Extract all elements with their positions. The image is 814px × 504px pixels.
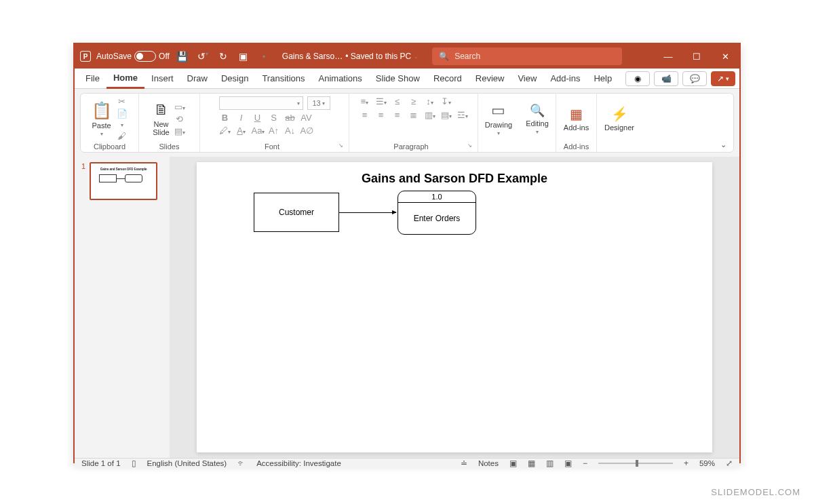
numbering-button[interactable]: ☰▾: [375, 96, 387, 106]
indent-inc-button[interactable]: ≥: [408, 96, 420, 106]
tab-review[interactable]: Review: [469, 69, 511, 89]
align-right-button[interactable]: ≡: [391, 110, 404, 120]
group-editing: 🔍 Editing ▾: [519, 94, 556, 152]
autosave-toggle[interactable]: AutoSave Off: [96, 51, 170, 62]
tab-insert[interactable]: Insert: [144, 69, 180, 89]
paragraph-launcher-icon[interactable]: ↘: [467, 142, 472, 151]
present-share-button[interactable]: 📹: [654, 71, 678, 86]
tab-design[interactable]: Design: [214, 69, 255, 89]
section-icon[interactable]: ▤▾: [174, 126, 186, 136]
slideshow-view-icon[interactable]: ▣: [564, 459, 572, 468]
slide-thumbnail-1[interactable]: Gains and Sarson DFD Example: [90, 162, 157, 200]
align-text-button[interactable]: ▤▾: [440, 110, 452, 120]
layout-icon[interactable]: ▭▾: [174, 102, 186, 112]
tab-help[interactable]: Help: [587, 69, 619, 89]
align-left-button[interactable]: ≡: [359, 110, 371, 120]
zoom-out-button[interactable]: −: [583, 459, 587, 468]
font-family-dropdown[interactable]: ▾: [219, 96, 303, 110]
slide-canvas[interactable]: Gains and Sarson DFD Example Customer 1.…: [197, 162, 712, 452]
camera-record-button[interactable]: ◉: [625, 71, 650, 86]
change-case-button[interactable]: Aa▾: [252, 125, 264, 136]
collapse-ribbon-icon[interactable]: ⌄: [720, 140, 726, 149]
slide-title[interactable]: Gains and Sarson DFD Example: [197, 172, 712, 186]
reset-icon[interactable]: ⟲: [174, 114, 186, 124]
copy-icon[interactable]: 📄▾: [116, 109, 128, 129]
sorter-view-icon[interactable]: ▦: [528, 459, 535, 468]
tab-record[interactable]: Record: [427, 69, 469, 89]
save-icon[interactable]: 💾: [175, 51, 190, 62]
clear-formatting-button[interactable]: A∅: [301, 125, 313, 136]
maximize-button[interactable]: ☐: [682, 44, 711, 69]
paste-button[interactable]: 📋 Paste ▾: [92, 101, 112, 137]
zoom-slider[interactable]: [598, 463, 673, 464]
underline-button[interactable]: U: [252, 113, 264, 123]
font-launcher-icon[interactable]: ↘: [338, 142, 343, 151]
tab-transitions[interactable]: Transitions: [255, 69, 311, 89]
entity-label: Customer: [279, 208, 314, 217]
status-bar: Slide 1 of 1 ▯ English (United States) ᯤ…: [75, 458, 739, 468]
tab-view[interactable]: View: [511, 69, 543, 89]
tab-addins[interactable]: Add-ins: [543, 69, 587, 89]
bold-button[interactable]: B: [219, 113, 231, 123]
addins-button[interactable]: ▦ Add-ins: [564, 106, 589, 132]
tab-animations[interactable]: Animations: [312, 69, 369, 89]
saved-status[interactable]: • Saved to this PC: [345, 52, 411, 61]
tab-draw[interactable]: Draw: [180, 69, 214, 89]
document-name[interactable]: Gains & Sarso…: [282, 52, 343, 61]
bullets-button[interactable]: ≡▾: [359, 96, 371, 106]
slide-counter[interactable]: Slide 1 of 1: [81, 459, 121, 467]
autosave-label: AutoSave: [96, 52, 132, 61]
close-button[interactable]: ✕: [711, 44, 739, 69]
font-color-button[interactable]: 🖊▾: [219, 125, 231, 136]
present-icon[interactable]: ▣: [236, 51, 251, 62]
tab-home[interactable]: Home: [106, 69, 144, 89]
language-label[interactable]: English (United States): [147, 459, 227, 467]
designer-button[interactable]: ⚡ Designer: [604, 106, 634, 132]
smartart-button[interactable]: ☲▾: [457, 110, 469, 120]
shadow-button[interactable]: S: [268, 113, 280, 123]
format-painter-icon[interactable]: 🖌: [116, 131, 128, 141]
highlight-button[interactable]: A▾: [235, 125, 248, 136]
line-spacing-button[interactable]: ↕▾: [424, 96, 436, 106]
slide-editor[interactable]: Gains and Sarson DFD Example Customer 1.…: [170, 157, 739, 458]
indent-dec-button[interactable]: ≤: [391, 96, 404, 106]
font-size-dropdown[interactable]: 13▾: [307, 96, 330, 110]
zoom-in-button[interactable]: +: [684, 459, 689, 468]
minimize-button[interactable]: —: [654, 44, 682, 69]
tab-slideshow[interactable]: Slide Show: [369, 69, 427, 89]
new-slide-button[interactable]: 🗎 New Slide: [153, 101, 169, 136]
search-box[interactable]: 🔍 Search: [432, 47, 622, 65]
fit-window-icon[interactable]: ⤢: [726, 459, 733, 468]
zoom-level[interactable]: 59%: [699, 459, 715, 467]
qat-more-icon[interactable]: ▾: [256, 54, 271, 60]
reading-view-icon[interactable]: ▥: [546, 459, 554, 468]
normal-view-icon[interactable]: ▣: [509, 459, 517, 468]
redo-icon[interactable]: ↻: [216, 51, 231, 62]
undo-icon[interactable]: ↺▾: [195, 51, 210, 62]
drawing-button[interactable]: ▭ Drawing ▾: [485, 102, 512, 136]
dfd-arrow[interactable]: [339, 212, 396, 213]
strike-button[interactable]: ab: [284, 113, 296, 123]
notes-button[interactable]: Notes: [478, 459, 499, 467]
dfd-process-enter-orders[interactable]: 1.0 Enter Orders: [398, 191, 476, 235]
chevron-down-icon[interactable]: ⌄: [414, 54, 419, 60]
share-button[interactable]: ↗▾: [711, 71, 735, 86]
group-font-label: Font: [206, 142, 338, 151]
shrink-font-button[interactable]: A↓: [284, 125, 296, 136]
title-bar: P AutoSave Off 💾 ↺▾ ↻ ▣ ▾ Gains & Sarso……: [75, 44, 739, 69]
accessibility-label[interactable]: Accessibility: Investigate: [256, 459, 341, 467]
text-direction-button[interactable]: ↧▾: [440, 96, 452, 106]
tab-file[interactable]: File: [79, 69, 106, 89]
grow-font-button[interactable]: A↑: [268, 125, 280, 136]
cut-icon[interactable]: ✂: [116, 96, 128, 106]
editing-button[interactable]: 🔍 Editing ▾: [526, 103, 549, 135]
char-spacing-button[interactable]: AV: [301, 113, 313, 123]
drawing-label: Drawing: [485, 121, 512, 129]
italic-button[interactable]: I: [235, 113, 248, 123]
columns-button[interactable]: ▥▾: [424, 110, 436, 120]
dfd-entity-customer[interactable]: Customer: [254, 193, 339, 232]
align-center-button[interactable]: ≡: [375, 110, 387, 120]
justify-button[interactable]: ≣: [408, 110, 420, 120]
comments-button[interactable]: 💬: [682, 71, 707, 86]
thumbnail-number: 1: [81, 162, 85, 200]
